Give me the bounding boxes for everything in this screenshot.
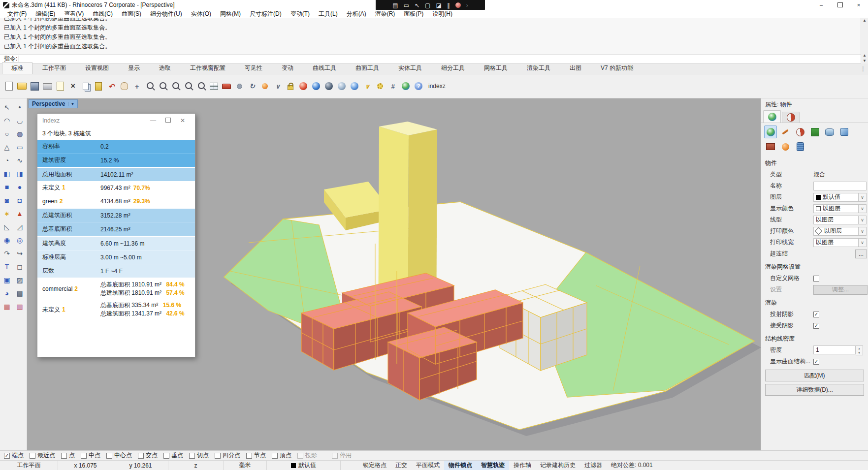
osnap-停用[interactable]: 停用 (332, 451, 352, 460)
menu-item-14[interactable]: 说明(H) (428, 10, 457, 18)
tab-曲面工具[interactable]: 曲面工具 (346, 62, 388, 74)
indexz-minimize-button[interactable]: — (146, 117, 161, 124)
loft-surface-icon[interactable]: ◨ (13, 167, 26, 180)
record-button[interactable] (455, 2, 461, 8)
menu-item-2[interactable]: 查看(V) (60, 10, 88, 18)
tab-properties[interactable] (763, 110, 781, 123)
capture-region-icon[interactable]: ▢ (425, 2, 430, 8)
array-grid-icon[interactable]: ▦ (0, 300, 13, 313)
menu-item-4[interactable]: 曲面(S) (117, 10, 146, 18)
tab-工作平面[interactable]: 工作平面 (33, 62, 75, 74)
show-isocurve-checkbox[interactable]: ✓ (813, 359, 819, 365)
tab-出图[interactable]: 出图 (560, 62, 591, 74)
tab-渲染工具[interactable]: 渲染工具 (517, 62, 560, 74)
display-color-dropdown-icon[interactable]: ∨ (859, 204, 867, 213)
zoom-extents-icon[interactable] (195, 80, 207, 92)
delete-icon[interactable]: × (67, 80, 79, 92)
hide-object-icon[interactable] (233, 80, 245, 92)
spin-up-icon[interactable]: ▴ (856, 346, 863, 350)
print-icon[interactable] (41, 80, 53, 92)
receive-shadows-checkbox[interactable]: ✓ (813, 323, 819, 329)
copy-icon[interactable] (80, 80, 92, 92)
menu-item-12[interactable]: 渲染(R) (371, 10, 400, 18)
status-toggle-绝对公差: 0.001[interactable]: 绝对公差: 0.001 (607, 461, 657, 470)
print-color-dropdown-icon[interactable]: ∨ (859, 227, 867, 236)
indexz-window[interactable]: Indexz — ✕ 3 个地块, 3 栋建筑 容积率0.2建筑密度15.2 %… (37, 113, 195, 357)
osnap-最近点[interactable]: 最近点 (30, 451, 55, 460)
spin-down-icon[interactable]: ▾ (856, 350, 863, 355)
rendered-view-icon[interactable] (310, 80, 322, 92)
text-icon[interactable]: T (0, 260, 13, 273)
linetype-select[interactable]: 以图层 (813, 216, 859, 224)
osnap-点[interactable]: 点 (61, 451, 75, 460)
details-button[interactable]: 详细数据(D)... (765, 384, 864, 396)
minimize-button[interactable]: – (812, 0, 831, 10)
curve-from-object-icon[interactable]: ↷ (0, 247, 13, 259)
rotate-view-icon[interactable]: ↻ (246, 80, 258, 92)
polyline-icon[interactable]: △ (0, 141, 13, 153)
layer-dropdown-icon[interactable]: ∨ (859, 193, 867, 202)
box-icon[interactable]: ■ (0, 181, 13, 193)
cplane-button[interactable]: 工作平面 (0, 461, 58, 470)
tab-标准[interactable]: 标准 (2, 62, 32, 74)
menu-item-10[interactable]: 工具(L) (314, 10, 342, 18)
maximize-button[interactable] (831, 0, 849, 10)
freeform-curve-icon[interactable]: ∿ (13, 154, 26, 166)
open-file-icon[interactable] (16, 80, 28, 92)
point-icon[interactable]: • (13, 101, 26, 113)
paste-icon[interactable] (93, 80, 104, 92)
print-width-select[interactable]: 以图层 (813, 238, 859, 247)
custom-mesh-checkbox[interactable] (813, 276, 819, 282)
hatch-icon[interactable]: ▤ (13, 287, 26, 299)
set-view-icon[interactable] (259, 80, 271, 92)
cylinder-icon[interactable]: ◙ (0, 194, 13, 206)
status-toggle-记录建构历史[interactable]: 记录建构历史 (536, 461, 580, 470)
zoom-selected-icon[interactable] (169, 80, 181, 92)
status-toggle-正交[interactable]: 正交 (391, 461, 412, 470)
viewport-menu-chevron-icon[interactable]: ▼ (68, 102, 74, 106)
split-icon[interactable]: ◿ (13, 220, 26, 233)
print-color-select[interactable]: 以图层 (813, 227, 859, 236)
help-icon[interactable]: ? (413, 80, 424, 92)
menu-item-6[interactable]: 实体(O) (187, 10, 216, 18)
tab-曲线工具[interactable]: 曲线工具 (303, 62, 346, 74)
orange-sphere-icon[interactable] (779, 140, 792, 153)
tab-细分工具[interactable]: 细分工具 (432, 62, 474, 74)
density-input[interactable]: 1 (813, 345, 856, 354)
save-icon[interactable] (29, 80, 40, 92)
indexz-toolbar-label[interactable]: indexz (428, 83, 446, 90)
osnap-切点[interactable]: 切点 (189, 451, 209, 460)
material-ball-icon[interactable] (794, 125, 806, 138)
menu-item-13[interactable]: 面板(P) (399, 10, 428, 18)
tab-选取[interactable]: 选取 (150, 62, 180, 74)
rectangle-icon[interactable]: ▭ (13, 141, 26, 153)
screen-recorder-toolbar[interactable]: ▤▭↖▢◪∥› (376, 0, 485, 10)
scroll-up-icon[interactable]: ▲ (861, 18, 868, 23)
offset-icon[interactable]: ▨ (13, 274, 26, 286)
command-history[interactable]: 已加入 1 个封闭的多重曲面至选取集合。已加入 1 个封闭的多重曲面至选取集合。… (0, 18, 861, 55)
print-width-dropdown-icon[interactable]: ∨ (859, 238, 867, 247)
pen-icon[interactable] (779, 125, 792, 138)
capture-expand-chevron[interactable]: › (466, 2, 468, 8)
arc-icon[interactable]: ◔ (0, 154, 13, 166)
xray-view-icon[interactable] (336, 80, 348, 92)
tab-material[interactable] (782, 112, 800, 123)
blue-cube-icon[interactable] (838, 125, 851, 138)
trim-icon[interactable]: ◺ (0, 220, 13, 233)
boolean-difference-icon[interactable]: ◎ (13, 234, 26, 246)
capture-settings-icon[interactable]: ▤ (392, 2, 398, 8)
fillet-icon[interactable]: ▲ (13, 207, 26, 219)
tab-显示[interactable]: 显示 (119, 62, 149, 74)
tab-工作视窗配置[interactable]: 工作视窗配置 (181, 62, 235, 74)
tab-变动[interactable]: 变动 (272, 62, 303, 74)
explode-icon[interactable]: ∗ (0, 207, 13, 219)
ellipse-icon[interactable]: ◍ (13, 127, 26, 140)
layer-select[interactable]: 默认值 (813, 193, 859, 202)
linetype-dropdown-icon[interactable]: ∨ (859, 216, 867, 224)
capture-drag-icon[interactable]: ◪ (436, 2, 441, 8)
control-point-curve-icon[interactable]: ◠ (0, 114, 13, 126)
tab-V7 的新功能[interactable]: V7 的新功能 (591, 62, 643, 74)
shove-icon[interactable]: + (131, 80, 143, 92)
circle-icon[interactable]: ○ (0, 127, 13, 140)
move-point-icon[interactable]: ◻ (13, 260, 26, 273)
